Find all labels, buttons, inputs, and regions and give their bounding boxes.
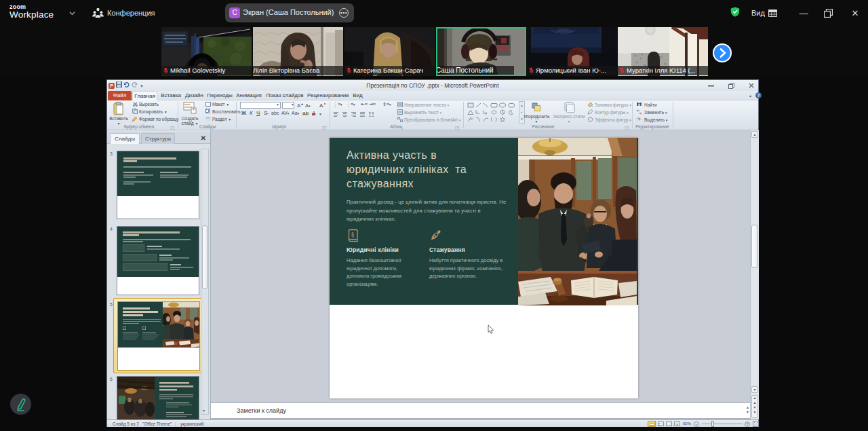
svg-text:А: А [319,102,323,108]
svg-text:§: § [351,231,355,238]
